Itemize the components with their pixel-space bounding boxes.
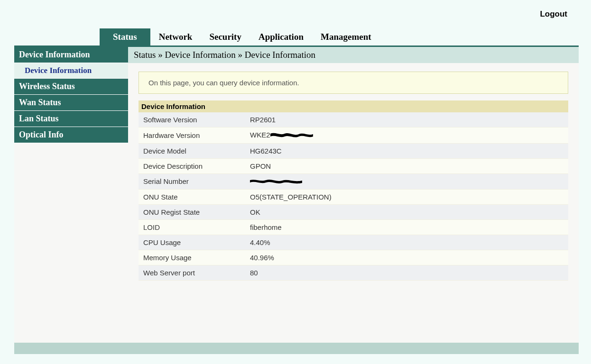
table-section-header: Device Information [139, 100, 568, 112]
main-inner: On this page, you can query device infor… [128, 63, 579, 289]
breadcrumb-sep: » [236, 50, 245, 60]
value-serial-number [245, 173, 568, 190]
value-loid: fiberhome [245, 220, 568, 235]
table-row: Device Model HG6243C [139, 143, 568, 158]
label-web-server-port: Web Server port [139, 265, 245, 281]
sidebar: Device Information Device Information Wi… [14, 47, 128, 344]
tab-network[interactable]: Network [150, 28, 201, 46]
label-loid: LOID [139, 220, 245, 235]
top-tabs: Status Network Security Application Mana… [14, 28, 579, 46]
table-row: Memory Usage 40.96% [139, 250, 568, 265]
app-container: Status Network Security Application Mana… [14, 28, 579, 344]
label-device-model: Device Model [139, 143, 245, 158]
tab-security[interactable]: Security [201, 28, 250, 46]
logout-link[interactable]: Logout [540, 9, 567, 19]
table-row: ONU State O5(STATE_OPERATION) [139, 190, 568, 205]
label-onu-regist-state: ONU Regist State [139, 205, 245, 220]
value-onu-state: O5(STATE_OPERATION) [245, 190, 568, 205]
value-software-version: RP2601 [245, 112, 568, 127]
table-row: Web Server port 80 [139, 265, 568, 281]
sidebar-subitem-device-information[interactable]: Device Information [14, 63, 128, 79]
footer-bar [14, 343, 579, 354]
label-memory-usage: Memory Usage [139, 250, 245, 265]
tab-status[interactable]: Status [100, 28, 150, 46]
value-memory-usage: 40.96% [245, 250, 568, 265]
sidebar-item-wireless-status[interactable]: Wireless Status [14, 79, 128, 95]
label-software-version: Software Version [139, 112, 245, 127]
breadcrumb-part-2: Device Information [245, 50, 315, 60]
table-row: Serial Number [139, 173, 568, 190]
tab-application[interactable]: Application [250, 28, 312, 46]
page-description: On this page, you can query device infor… [139, 72, 568, 94]
value-device-model: HG6243C [245, 143, 568, 158]
redacted-icon [270, 132, 313, 140]
table-row: Software Version RP2601 [139, 112, 568, 127]
label-onu-state: ONU State [139, 190, 245, 205]
table-row: Hardware Version WKE2 [139, 127, 568, 144]
body-row: Device Information Device Information Wi… [14, 46, 579, 344]
label-cpu-usage: CPU Usage [139, 235, 245, 250]
label-hardware-version: Hardware Version [139, 127, 245, 144]
main-panel: Status » Device Information » Device Inf… [128, 47, 579, 344]
value-onu-regist-state: OK [245, 205, 568, 220]
redacted-icon [250, 178, 302, 186]
table-row: Device Description GPON [139, 158, 568, 173]
table-row: LOID fiberhome [139, 220, 568, 235]
sidebar-item-optical-info[interactable]: Optical Info [14, 127, 128, 143]
value-device-description: GPON [245, 158, 568, 173]
sidebar-item-device-information[interactable]: Device Information [14, 47, 128, 63]
sidebar-item-wan-status[interactable]: Wan Status [14, 95, 128, 111]
breadcrumb-part-1: Device Information [165, 50, 235, 60]
sidebar-item-lan-status[interactable]: Lan Status [14, 111, 128, 127]
value-web-server-port: 80 [245, 265, 568, 281]
label-serial-number: Serial Number [139, 173, 245, 190]
breadcrumb: Status » Device Information » Device Inf… [128, 47, 579, 63]
device-info-table: Device Information Software Version RP26… [139, 100, 568, 281]
tab-management[interactable]: Management [312, 28, 380, 46]
label-device-description: Device Description [139, 158, 245, 173]
breadcrumb-sep: » [156, 50, 165, 60]
value-cpu-usage: 4.40% [245, 235, 568, 250]
table-row: ONU Regist State OK [139, 205, 568, 220]
breadcrumb-part-0: Status [134, 50, 156, 60]
value-hardware-version: WKE2 [245, 127, 568, 144]
value-hardware-version-prefix: WKE2 [250, 131, 270, 139]
table-row: CPU Usage 4.40% [139, 235, 568, 250]
